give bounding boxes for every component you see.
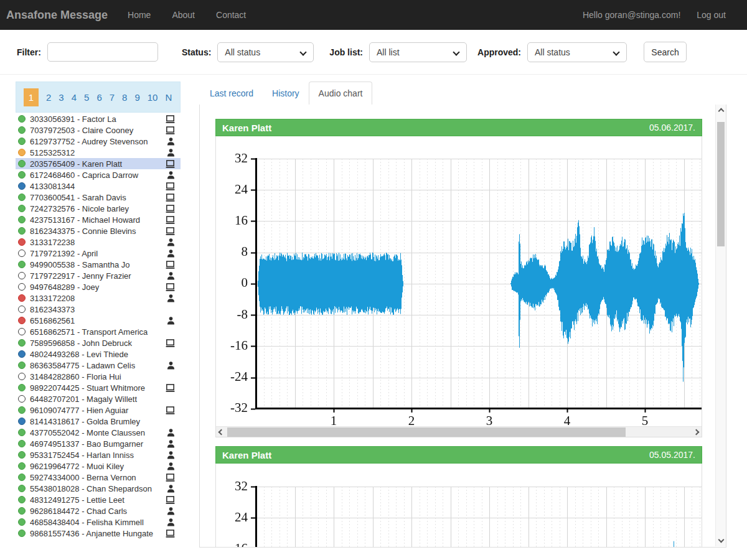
contact-label: 7037972503 - Claire Cooney [30, 126, 165, 135]
scroll-right-arrow-icon[interactable] [691, 427, 702, 437]
contact-row[interactable]: 6516862571 - Transport America [16, 326, 181, 337]
contact-label: 7242732576 - Nicole barley [30, 204, 165, 213]
chevron-down-icon [300, 49, 307, 55]
contact-row[interactable]: 4133081344 [16, 180, 181, 192]
page-7[interactable]: 7 [110, 92, 115, 103]
contact-row[interactable]: 81414318617 - Golda Brumley [16, 416, 181, 427]
page-9[interactable]: 9 [134, 92, 139, 103]
page-5[interactable]: 5 [84, 92, 89, 103]
contact-row[interactable]: 6129737752 - Audrey Stevenson [16, 136, 181, 147]
contact-row[interactable]: 3133172238 [16, 236, 181, 248]
contact-row[interactable]: 48312491275 - Lettie Leet [16, 494, 181, 505]
contact-row[interactable]: 9497648289 - Joey [16, 281, 181, 292]
contact-row[interactable]: 7589596858 - John Debruck [16, 337, 181, 348]
scroll-left-arrow-icon[interactable] [216, 427, 227, 437]
person-icon-slot [165, 518, 175, 526]
status-dot-open [18, 306, 26, 313]
approved-select-value: All status [535, 47, 570, 57]
chevron-down-icon [453, 49, 459, 55]
contact-label: 6172468460 - Caprica Darrow [30, 170, 165, 180]
status-dot-blue [18, 182, 26, 190]
approved-select[interactable]: All status [527, 42, 627, 62]
nav-link-contact[interactable]: Contact [216, 10, 246, 20]
contact-row[interactable]: 48024493268 - Levi Thiede [16, 348, 181, 360]
contact-row[interactable]: 96286184472 - Chad Carls [16, 505, 181, 516]
contact-row[interactable]: 8162343373 [16, 304, 181, 315]
status-dot-green [18, 451, 26, 459]
page-N[interactable]: N [165, 92, 172, 103]
tab-history[interactable]: History [263, 82, 309, 105]
contact-label: 7589596858 - John Debruck [30, 338, 165, 348]
status-dot-green [18, 530, 26, 537]
contact-row[interactable]: 31484282860 - Floria Hui [16, 371, 181, 382]
tab-last-record[interactable]: Last record [200, 82, 263, 105]
contact-row[interactable]: 8162343375 - Connie Blevins [16, 225, 181, 236]
status-dot-green [18, 362, 26, 369]
page-3[interactable]: 3 [59, 92, 63, 103]
nav-link-about[interactable]: About [172, 10, 195, 20]
contact-row[interactable]: 46858438404 - Felisha Kimmell [16, 516, 181, 528]
brand[interactable]: Ansafone Message [6, 9, 108, 22]
contact-row[interactable]: 46974951337 - Bao Bumgarner [16, 438, 181, 449]
contact-row[interactable]: 7703600541 - Sarah Davis [16, 192, 181, 203]
logout-link[interactable]: Log out [697, 10, 726, 20]
chart-2-title: Karen Platt [222, 450, 271, 460]
joblist-select[interactable]: All list [369, 42, 467, 62]
chart-1-header: Karen Platt 05.06.2017. [215, 119, 702, 136]
contact-row[interactable]: 98922074425 - Stuart Whitmore [16, 382, 181, 393]
contact-row[interactable]: 64482707201 - Magaly Willett [16, 393, 181, 404]
person-icon [167, 440, 175, 448]
contact-row[interactable]: 86363584775 - Ladawn Celis [16, 360, 181, 371]
person-icon [167, 451, 175, 459]
contact-row[interactable]: 9499005538 - Samantha Jo [16, 259, 181, 270]
contact-row[interactable]: 7037972503 - Claire Cooney [16, 124, 181, 136]
contact-row[interactable]: 7179722917 - Jenny Frazier [16, 270, 181, 281]
contact-label: 3033056391 - Factor La [30, 114, 165, 124]
monitor-icon [166, 115, 175, 123]
person-icon [167, 138, 175, 146]
contact-row[interactable]: 6516862561 [16, 315, 181, 326]
page-8[interactable]: 8 [122, 92, 127, 103]
contact-row[interactable]: 59274334000 - Berna Vernon [16, 472, 181, 483]
contact-label: 98922074425 - Stuart Whitmore [30, 383, 165, 393]
contact-row[interactable]: 4237513167 - Michael Howard [16, 214, 181, 225]
scroll-down-arrow-icon[interactable] [716, 534, 726, 545]
contact-row[interactable]: 55438018028 - Chan Shepardson [16, 483, 181, 494]
contact-row[interactable]: 6172468460 - Caprica Darrow [16, 169, 181, 180]
page-2[interactable]: 2 [46, 92, 51, 103]
contact-row[interactable]: 2035765409 - Karen Platt [16, 158, 181, 169]
scroll-up-arrow-icon[interactable] [716, 106, 726, 116]
contact-row[interactable]: 7179721392 - April [16, 248, 181, 259]
person-icon [167, 518, 175, 526]
contact-row[interactable]: 5125325312 [16, 147, 181, 158]
status-dot-green [18, 462, 26, 470]
filter-input[interactable] [47, 42, 158, 62]
status-dot-blue [18, 418, 26, 425]
contact-row[interactable]: 96219964772 - Muoi Kiley [16, 460, 181, 472]
nav-link-home[interactable]: Home [128, 10, 151, 20]
tab-audio-chart[interactable]: Audio chart [309, 82, 373, 105]
monitor-icon-slot [165, 215, 175, 224]
page-10[interactable]: 10 [148, 92, 158, 103]
contact-label: 9499005538 - Samantha Jo [30, 260, 165, 269]
contact-row[interactable]: 98681557436 - Anjanette Hungate [16, 528, 181, 539]
contact-row[interactable]: 95331752454 - Harlan Inniss [16, 449, 181, 460]
page-1[interactable]: 1 [24, 88, 39, 106]
v-scrollbar-thumb[interactable] [717, 122, 725, 246]
contact-row[interactable]: 3033056391 - Factor La [16, 113, 181, 124]
status-select[interactable]: All status [217, 42, 314, 62]
contact-label: 8162343373 [30, 305, 165, 314]
chart-1-date: 05.06.2017. [649, 123, 695, 133]
contact-row[interactable]: 7242732576 - Nicole barley [16, 203, 181, 214]
contact-row[interactable]: 3133172208 [16, 292, 181, 304]
sidebar: 12345678910N 3033056391 - Factor La70379… [16, 82, 181, 539]
monitor-icon-slot [165, 193, 175, 202]
page-4[interactable]: 4 [72, 92, 77, 103]
contact-row[interactable]: 96109074777 - Hien Aguiar [16, 404, 181, 416]
status-dot-green [18, 261, 26, 268]
person-icon-slot [165, 450, 175, 459]
search-button[interactable]: Search [644, 42, 687, 62]
h-scrollbar-thumb[interactable] [227, 427, 626, 437]
contact-row[interactable]: 43770552042 - Monte Claussen [16, 427, 181, 438]
page-6[interactable]: 6 [96, 92, 101, 103]
